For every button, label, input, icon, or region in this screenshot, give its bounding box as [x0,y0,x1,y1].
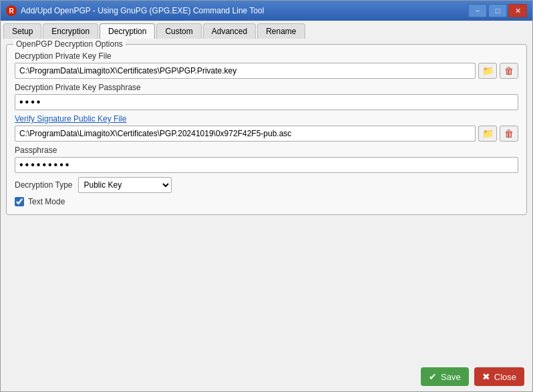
tab-advanced[interactable]: Advanced [203,23,256,39]
passphrase2-input-row [15,157,518,173]
app-icon: R [6,5,17,16]
verify-sig-input-row: 📁 🗑 [15,126,518,142]
verify-sig-clear-button[interactable]: 🗑 [500,126,518,142]
maximize-button[interactable]: □ [488,4,507,17]
close-button[interactable]: ✖ Close [474,367,524,386]
close-window-button[interactable]: ✕ [508,4,527,17]
private-key-clear-button[interactable]: 🗑 [500,63,518,79]
trash-icon: 🗑 [504,65,514,76]
save-label: Save [441,372,461,382]
trash-icon-2: 🗑 [504,128,514,139]
passphrase-row: Decryption Private Key Passphrase [15,83,518,110]
save-icon: ✔ [429,371,437,382]
passphrase2-input[interactable] [15,157,518,173]
window-controls: − □ ✕ [468,4,527,17]
decryption-type-label: Decryption Type [15,180,73,190]
tab-encryption[interactable]: Encryption [43,23,98,39]
decryption-type-dropdown[interactable]: Public Key Symmetric Both [78,177,172,193]
close-label: Close [494,372,516,382]
passphrase2-label: Passphrase [15,146,518,155]
private-key-label: Decryption Private Key File [15,51,518,61]
passphrase-label: Decryption Private Key Passphrase [15,83,518,92]
main-window: R Add/Upd OpenPGP - Using GnuPG (GPG.EXE… [0,0,533,392]
tab-decryption[interactable]: Decryption [100,23,155,39]
tab-rename[interactable]: Rename [257,23,305,39]
text-mode-checkbox[interactable] [15,197,24,206]
footer: ✔ Save ✖ Close [1,362,532,391]
verify-sig-label[interactable]: Verify Signature Public Key File [15,114,518,124]
decryption-type-row: Decryption Type Public Key Symmetric Bot… [15,177,518,193]
folder-icon: 📁 [482,65,494,76]
text-mode-row: Text Mode [15,197,518,206]
folder-icon-2: 📁 [482,128,494,139]
private-key-row: Decryption Private Key File 📁 🗑 [15,51,518,79]
private-key-input[interactable] [15,63,476,79]
save-button[interactable]: ✔ Save [421,367,469,386]
verify-sig-browse-button[interactable]: 📁 [478,126,497,142]
passphrase2-row: Passphrase [15,146,518,173]
tab-bar: Setup Encryption Decryption Custom Advan… [1,21,532,39]
decryption-options-group: OpenPGP Decryption Options Decryption Pr… [6,44,527,215]
group-title: OpenPGP Decryption Options [13,39,126,49]
passphrase-input[interactable] [15,94,518,110]
private-key-browse-button[interactable]: 📁 [478,63,497,79]
passphrase-input-row [15,94,518,110]
content-area: OpenPGP Decryption Options Decryption Pr… [1,39,532,362]
window-title: Add/Upd OpenPGP - Using GnuPG (GPG.EXE) … [21,6,468,15]
tab-custom[interactable]: Custom [156,23,201,39]
close-icon: ✖ [482,371,490,382]
verify-sig-row: Verify Signature Public Key File 📁 🗑 [15,114,518,142]
verify-sig-input[interactable] [15,126,476,142]
tab-setup[interactable]: Setup [3,23,41,39]
private-key-input-row: 📁 🗑 [15,63,518,79]
title-bar: R Add/Upd OpenPGP - Using GnuPG (GPG.EXE… [1,1,532,21]
minimize-button[interactable]: − [468,4,487,17]
text-mode-label: Text Mode [28,197,65,206]
